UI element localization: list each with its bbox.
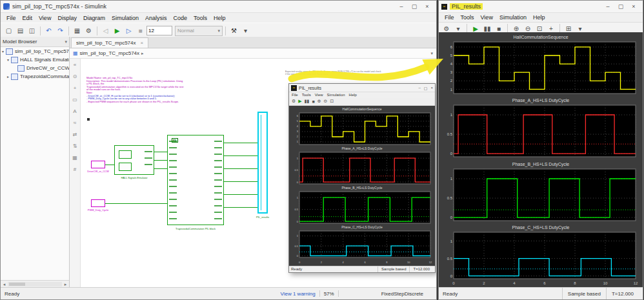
- menu-diagram[interactable]: Diagram: [80, 15, 108, 21]
- mini-plot-phase-a: Phase_A_HS+LS DutyCycle 00.51: [290, 146, 434, 186]
- minimize-button[interactable]: –: [395, 3, 408, 10]
- maximize-button[interactable]: ▢: [424, 86, 428, 90]
- plot-title: HallCommutationSequence: [513, 34, 568, 41]
- tree-caret-icon[interactable]: ▾: [2, 49, 4, 54]
- scrollbar-track[interactable]: [8, 282, 62, 286]
- stop-icon[interactable]: ■: [312, 99, 314, 104]
- simulink-titlebar[interactable]: sim_pil_top_TC_mpc574x - Simulink – ▢ ×: [1, 1, 436, 13]
- swap-vertical-icon[interactable]: ⇅: [73, 143, 77, 149]
- drivecw-source-block[interactable]: [91, 161, 105, 168]
- swap-horizontal-icon[interactable]: ⇄: [73, 132, 77, 137]
- plot-title: Phase_C_HS+LS DutyCycle: [341, 225, 383, 230]
- menu-view[interactable]: View: [315, 93, 323, 97]
- signal-icon[interactable]: ≈: [74, 120, 76, 126]
- stop-button[interactable]: ■: [135, 25, 146, 36]
- menu-file[interactable]: File: [292, 93, 298, 97]
- annotation-icon[interactable]: A: [73, 108, 76, 114]
- close-button[interactable]: ×: [421, 3, 434, 10]
- minimize-button[interactable]: –: [418, 86, 420, 90]
- model-tab[interactable]: sim_pil_top_TC_mpc574x ×: [71, 37, 148, 48]
- svg-text:0: 0: [452, 281, 455, 285]
- search-icon[interactable]: ⊙: [73, 74, 77, 79]
- scope-titlebar[interactable]: ≈ PIL_results – ▢ ×: [439, 1, 643, 13]
- menu-simulation[interactable]: Simulation: [496, 14, 530, 21]
- stop-time-input[interactable]: [146, 26, 172, 35]
- trapezoidal-pil-block[interactable]: PIL: [167, 135, 224, 225]
- new-model-button[interactable]: ▢: [3, 25, 14, 36]
- menu-tools[interactable]: Tools: [190, 15, 210, 21]
- close-button[interactable]: ×: [430, 86, 433, 90]
- run-icon[interactable]: ▶: [298, 99, 301, 104]
- step-back-button[interactable]: ◁: [100, 25, 111, 36]
- tab-close-icon[interactable]: ×: [141, 40, 144, 46]
- redo-button[interactable]: ↷: [55, 25, 66, 36]
- menu-analysis[interactable]: Analysis: [142, 15, 170, 21]
- hide-browser-icon[interactable]: «: [74, 62, 76, 68]
- zoom-out-icon[interactable]: ⊖: [324, 99, 328, 104]
- sim-mode-select[interactable]: Normal ▾: [175, 26, 223, 36]
- maximize-button[interactable]: ▢: [408, 3, 421, 10]
- tree-item-label: TrapezoidalCommutati...: [20, 74, 69, 79]
- breadcrumb[interactable]: ▦ sim_pil_top_TC_mpc574x ▸ ▾: [70, 48, 436, 59]
- menu-view[interactable]: View: [35, 15, 54, 21]
- scope-status-bar: Ready Sample based T=12.000: [439, 287, 643, 299]
- menu-edit[interactable]: Edit: [19, 15, 36, 21]
- zoom-icon[interactable]: +: [74, 85, 77, 91]
- svg-text:4: 4: [297, 125, 299, 128]
- annotation-line: - Expected PWM sequences for each phase …: [86, 101, 185, 104]
- menu-file[interactable]: File: [3, 15, 19, 21]
- pause-icon[interactable]: ▮▮: [305, 99, 310, 104]
- settings-icon[interactable]: ⚙: [292, 99, 296, 104]
- status-sim-time: T=12.000: [409, 266, 433, 272]
- run-button[interactable]: ▶: [112, 25, 123, 36]
- tree-item-trapezoidal[interactable]: ▸ TrapezoidalCommutati...: [1, 72, 69, 81]
- menu-tools[interactable]: Tools: [302, 93, 311, 97]
- zoom-fit-icon[interactable]: ⊡: [330, 99, 334, 104]
- menu-help[interactable]: Help: [530, 14, 548, 21]
- menu-help[interactable]: Help: [210, 15, 229, 21]
- step-forward-button[interactable]: ▷: [123, 25, 134, 36]
- maximize-button[interactable]: ▢: [614, 3, 627, 10]
- collapse-panel-icon[interactable]: ▾: [65, 39, 67, 45]
- status-ready: Ready: [5, 291, 19, 297]
- mini-scope-menu-bar: File Tools View Simulation Help: [289, 92, 435, 97]
- library-browser-button[interactable]: ▦: [72, 25, 83, 36]
- hall-emulator-block[interactable]: [114, 145, 154, 175]
- diagram-canvas[interactable]: « ⊙ + ▭ A ≈ ⇄ ⇅ ▦ # Model Name: sim_pil_…: [70, 59, 436, 288]
- tree-item-root-model[interactable]: ▾ sim_pil_top_TC_mpc574x: [1, 47, 69, 55]
- tree-item-hall-emulator[interactable]: ▾ HALL Signals Emulator: [1, 55, 69, 64]
- scrollbar-thumb[interactable]: [9, 283, 25, 286]
- menu-display[interactable]: Display: [54, 15, 80, 21]
- menu-simulation[interactable]: Simulation: [108, 15, 142, 21]
- tree-caret-icon[interactable]: ▸: [7, 74, 9, 79]
- model-settings-button[interactable]: ⚙: [83, 25, 94, 36]
- pwm-duty-source-block[interactable]: [91, 199, 105, 207]
- close-button[interactable]: ×: [627, 3, 640, 10]
- menu-simulation[interactable]: Simulation: [327, 93, 345, 97]
- undo-button[interactable]: ↶: [43, 25, 54, 36]
- menu-code[interactable]: Code: [170, 15, 190, 21]
- menu-view[interactable]: View: [478, 14, 496, 21]
- build-button[interactable]: ⚒: [228, 25, 239, 36]
- save-model-button[interactable]: ◫: [26, 25, 37, 36]
- tree-item-drivecw[interactable]: DriveCW_or_CCW_H...: [1, 64, 69, 72]
- scroll-right-icon[interactable]: ▸: [62, 282, 69, 287]
- zoom-in-icon[interactable]: ⊕: [317, 99, 321, 104]
- scope-block-selected[interactable]: [257, 112, 268, 214]
- warning-link[interactable]: View 1 warning: [281, 291, 316, 297]
- menu-tools[interactable]: Tools: [458, 14, 478, 21]
- menu-help[interactable]: Help: [349, 93, 357, 97]
- breadcrumb-label[interactable]: sim_pil_top_TC_mpc574x: [80, 50, 140, 56]
- minimize-button[interactable]: –: [601, 3, 614, 10]
- area-select-icon[interactable]: ▭: [72, 97, 77, 103]
- menu-file[interactable]: File: [441, 14, 458, 21]
- mini-scope-titlebar[interactable]: ≈ PIL_results – ▢ ×: [289, 84, 435, 92]
- library-icon[interactable]: ▦: [72, 155, 77, 161]
- scroll-left-icon[interactable]: ◂: [1, 282, 8, 287]
- svg-text:0: 0: [450, 215, 453, 219]
- tree-caret-icon[interactable]: ▾: [7, 57, 9, 62]
- model-browser-header: Model Browser ▾: [1, 37, 69, 47]
- toolbar-more-icon[interactable]: ▾: [240, 25, 251, 36]
- breadcrumb-menu-icon[interactable]: ▾: [430, 51, 433, 56]
- open-model-button[interactable]: ▤: [15, 25, 26, 36]
